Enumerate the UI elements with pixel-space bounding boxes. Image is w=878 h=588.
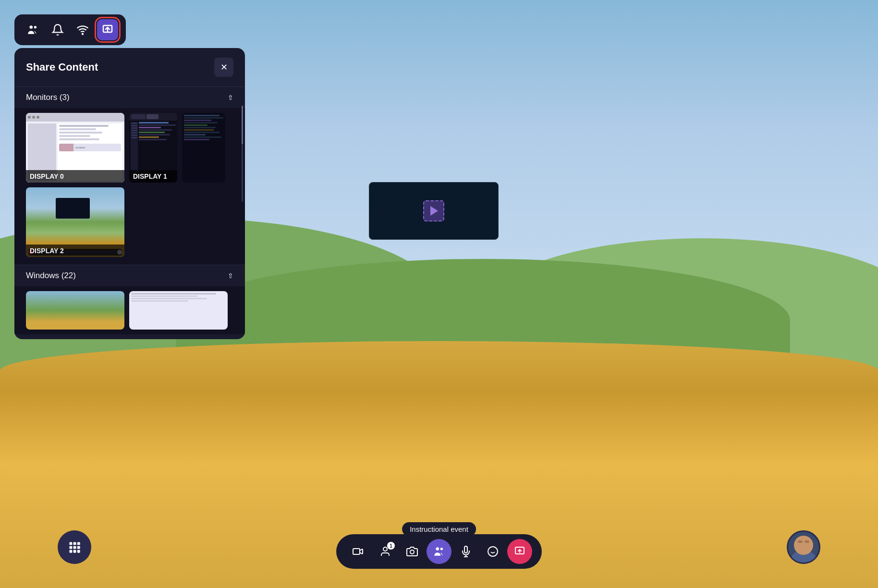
top-toolbar	[14, 14, 126, 45]
display2-label: DISPLAY 2	[26, 245, 124, 257]
window2-thumbnail[interactable]	[129, 291, 228, 330]
window1-thumbnail[interactable]	[26, 291, 124, 330]
svg-rect-8	[73, 546, 76, 549]
monitors-section-title: Monitors (3)	[26, 93, 70, 102]
display0-label: DISPLAY 0	[26, 170, 124, 183]
people-toolbar-button[interactable]	[22, 19, 43, 40]
svg-rect-5	[73, 542, 76, 545]
instructional-event-tooltip: Instructional event	[402, 522, 476, 536]
scene-screen	[369, 182, 499, 240]
monitors-section-header[interactable]: Monitors (3) ⇧	[14, 87, 245, 108]
windows-chevron-icon: ⇧	[228, 272, 233, 280]
display2-thumbnail[interactable]: DISPLAY 2	[26, 187, 124, 257]
bottom-taskbar: 1	[336, 534, 542, 569]
scroll-indicator	[242, 106, 243, 202]
people-badge: 1	[387, 542, 395, 550]
microphone-taskbar-button[interactable]	[453, 539, 478, 564]
camera-taskbar-button[interactable]	[346, 539, 371, 564]
svg-point-20	[488, 547, 498, 556]
windows-section-header[interactable]: Windows (22) ⇧	[14, 265, 245, 286]
display0-thumbnail[interactable]: content DISPLAY 0	[26, 113, 124, 183]
windows-section-title: Windows (22)	[26, 271, 76, 281]
panel-scrollable-content[interactable]: Monitors (3) ⇧	[14, 86, 245, 339]
windows-grid	[14, 286, 245, 334]
share-taskbar-button[interactable]	[507, 539, 532, 564]
svg-point-1	[34, 26, 37, 28]
svg-rect-4	[70, 542, 73, 545]
svg-rect-10	[70, 550, 73, 553]
emoji-taskbar-button[interactable]	[480, 539, 505, 564]
scroll-thumb	[242, 106, 243, 144]
app-grid-button[interactable]	[58, 530, 91, 564]
close-button[interactable]: ✕	[214, 58, 233, 77]
user-avatar-button[interactable]	[787, 530, 820, 564]
svg-rect-7	[70, 546, 73, 549]
svg-rect-12	[77, 550, 80, 553]
svg-point-15	[410, 550, 414, 554]
snapshot-taskbar-button[interactable]	[400, 539, 425, 564]
monitors-grid: content DISPLAY 0	[14, 108, 245, 265]
svg-rect-6	[77, 542, 80, 545]
people-taskbar-button[interactable]: 1	[373, 539, 398, 564]
share-content-panel: Share Content ✕ Monitors (3) ⇧	[14, 48, 245, 339]
display1-thumbnail[interactable]: DISPLAY 1	[129, 113, 177, 183]
play-icon	[423, 200, 444, 221]
notifications-toolbar-button[interactable]	[47, 19, 68, 40]
svg-rect-13	[353, 549, 360, 554]
participants-taskbar-button[interactable]	[427, 539, 451, 564]
share-panel-title: Share Content	[26, 61, 98, 74]
svg-rect-9	[77, 546, 80, 549]
display1b-thumbnail[interactable]	[182, 113, 225, 183]
svg-point-14	[383, 547, 387, 551]
svg-point-0	[30, 25, 33, 29]
svg-point-2	[82, 34, 83, 35]
share-toolbar-button[interactable]	[97, 19, 118, 40]
share-panel-header: Share Content ✕	[14, 48, 245, 86]
svg-point-17	[440, 548, 443, 550]
wifi-toolbar-button[interactable]	[72, 19, 93, 40]
svg-point-16	[436, 547, 439, 551]
display1-label: DISPLAY 1	[129, 170, 177, 183]
svg-rect-11	[73, 550, 76, 553]
monitors-chevron-icon: ⇧	[228, 94, 233, 101]
